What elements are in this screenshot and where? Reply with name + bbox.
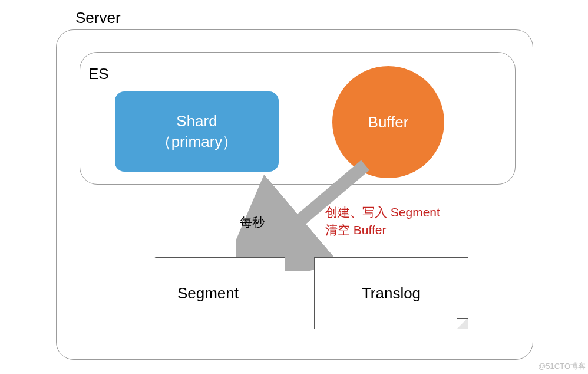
red-line2: 清空 Buffer — [325, 221, 440, 239]
shard-line1: Shard — [176, 111, 217, 132]
translog-box: Translog — [314, 257, 468, 329]
segment-box: Segment — [131, 257, 285, 329]
watermark: @51CTO博客 — [538, 361, 586, 372]
server-label: Server — [75, 9, 121, 27]
translog-label: Translog — [362, 284, 421, 303]
page-fold-icon — [457, 318, 468, 329]
buffer-label: Buffer — [368, 113, 409, 132]
segment-label: Segment — [177, 284, 239, 303]
red-annotation: 创建、写入 Segment 清空 Buffer — [325, 204, 440, 240]
red-line1: 创建、写入 Segment — [325, 204, 440, 221]
shard-line2: （primary） — [156, 132, 238, 152]
every-second-label: 每秒 — [240, 214, 265, 231]
shard-box: Shard （primary） — [115, 91, 279, 172]
buffer-circle: Buffer — [332, 66, 444, 178]
